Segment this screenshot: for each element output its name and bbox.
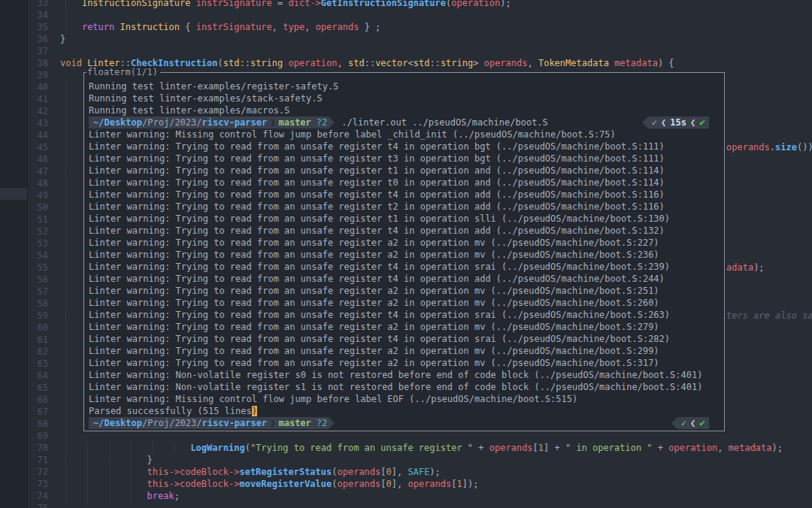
terminal-line: Linter warning: Trying to read from an u… — [89, 333, 720, 345]
code-row[interactable]: 72 this->codeBlock->setRegisterStatus(op… — [28, 466, 812, 478]
code-row[interactable]: 71 } — [28, 454, 812, 466]
duration-label: 15s — [670, 116, 686, 129]
line-number: 42 — [28, 105, 48, 117]
code-token: codeBlock — [180, 467, 229, 477]
line-number: 46 — [28, 153, 48, 165]
code-line[interactable]: return Instruction { instrSignature, typ… — [60, 21, 380, 33]
code-token: operands — [338, 467, 381, 477]
code-line[interactable]: InstructionSignature instrSignature = di… — [60, 0, 511, 9]
floaterm-window[interactable]: floaterm(1/1) Running test linter-exampl… — [83, 72, 725, 431]
code-token: 0 — [386, 467, 392, 477]
code-token: std — [223, 58, 240, 68]
line-number: 40 — [28, 81, 48, 93]
line-number: 59 — [28, 310, 48, 322]
code-token: 0 — [386, 479, 392, 489]
line-number: 55 — [28, 262, 48, 274]
powerline-arrow-icon — [642, 116, 648, 129]
code-token: codeBlock — [180, 479, 229, 489]
code-token — [60, 443, 190, 453]
chevron-left-icon: ❮ — [686, 116, 699, 129]
line-number: 61 — [28, 334, 48, 346]
code-token — [114, 22, 120, 32]
shell-prompt-line: ~/Desktop/Proj/2023/riscv-parser❯master?… — [89, 116, 720, 129]
line-number: 73 — [28, 478, 48, 490]
code-row[interactable]: 70 LogWarning("Trying to read from an un… — [28, 442, 812, 454]
code-token: string — [250, 58, 283, 68]
line-number: 64 — [28, 370, 48, 382]
line-number: 60 — [28, 322, 48, 334]
prompt-path-dir: riscv-parser — [202, 417, 268, 429]
code-token: ); — [468, 479, 478, 489]
line-number: 56 — [28, 274, 48, 286]
code-token — [609, 58, 614, 68]
code-row[interactable]: 74 break; — [28, 490, 812, 502]
code-fragment: ters are also sa — [726, 310, 812, 322]
code-row[interactable]: 35 return Instruction { instrSignature, … — [28, 21, 812, 33]
terminal-line: Linter warning: Trying to read from an u… — [89, 201, 720, 213]
code-token: ters are also sa — [726, 310, 812, 321]
code-token: LogWarning — [190, 443, 244, 453]
code-row[interactable]: 69 — [28, 430, 812, 442]
terminal-line: Linter warning: Trying to read from an u… — [89, 153, 720, 165]
code-line[interactable]: LogWarning("Trying to read from an unsaf… — [60, 442, 783, 454]
line-number: 58 — [28, 298, 48, 310]
code-token: adata — [726, 262, 753, 273]
line-number: 33 — [28, 0, 48, 9]
code-token: SAFE — [408, 467, 429, 477]
code-token: instrSignature — [196, 0, 272, 8]
line-number: 41 — [28, 93, 48, 105]
terminal-line: Linter warning: Non-volatile register s0… — [89, 369, 720, 381]
terminal-line: Linter warning: Trying to read from an u… — [89, 309, 720, 321]
code-token: :: — [239, 58, 250, 68]
code-row[interactable]: 34 — [28, 9, 812, 21]
line-number: 35 — [28, 21, 48, 33]
code-token: operands — [316, 22, 359, 32]
code-token: ( — [332, 467, 337, 477]
code-line[interactable]: this->codeBlock->setRegisterStatus(opera… — [60, 466, 441, 478]
terminal-line: Linter warning: Trying to read from an u… — [89, 165, 720, 177]
terminal-line: Linter warning: Trying to read from an u… — [89, 285, 720, 297]
line-number: 67 — [28, 406, 48, 418]
terminal-line: Linter warning: Trying to read from an u… — [89, 345, 720, 357]
code-line[interactable]: this->codeBlock->moveRegisterValue(opera… — [60, 478, 478, 490]
code-row[interactable]: 75 — [28, 502, 812, 508]
code-row[interactable]: 73 this->codeBlock->moveRegisterValue(op… — [28, 478, 812, 490]
chevron-left-icon: ❮ — [686, 417, 699, 429]
line-number: 57 — [28, 286, 48, 298]
terminal-line: Linter warning: Trying to read from an u… — [89, 297, 720, 309]
code-line[interactable]: } — [60, 33, 65, 45]
code-token: > — [473, 58, 483, 68]
code-line[interactable]: break; — [60, 490, 180, 502]
code-token: std — [348, 58, 365, 68]
code-token: size — [775, 142, 797, 153]
side-panel-highlight — [0, 188, 27, 200]
line-number: 44 — [28, 129, 48, 141]
code-token: ); — [753, 262, 764, 273]
code-token — [60, 467, 147, 477]
line-number: 53 — [28, 237, 48, 249]
parse-result-text: Parsed successfully (515 lines — [89, 406, 252, 416]
prompt-path: /Proj/2023/ — [142, 417, 201, 429]
line-number: 43 — [28, 117, 48, 129]
code-token — [190, 0, 195, 8]
code-token: "Trying to read from an unsafe register … — [250, 443, 473, 453]
line-number: 54 — [28, 249, 48, 262]
terminal-line: Linter warning: Missing control flow jum… — [89, 129, 720, 141]
code-token: operands — [408, 479, 451, 489]
terminal-line: Linter warning: Non-volatile register s1… — [89, 381, 720, 393]
code-token — [60, 455, 147, 465]
code-token: operation — [289, 58, 338, 68]
code-row[interactable]: 33 InstructionSignature instrSignature =… — [28, 0, 812, 9]
line-number: 66 — [28, 394, 48, 406]
chevron-left-icon: ❮ — [657, 116, 670, 129]
code-token: = — [272, 0, 289, 8]
powerline-separator-icon: ❯ — [267, 116, 278, 129]
code-row[interactable]: 36} — [28, 33, 812, 45]
code-token: return — [82, 22, 114, 32]
code-token: ] — [392, 467, 397, 477]
code-line[interactable]: } — [60, 454, 153, 466]
code-row[interactable]: 37 — [28, 45, 812, 57]
code-token: . — [770, 142, 775, 153]
prompt-right-status: ✓❮15s❮✔ — [642, 116, 709, 129]
shell-prompt-segment: ~/Desktop/Proj/2023/riscv-parser❯master?… — [89, 116, 329, 129]
